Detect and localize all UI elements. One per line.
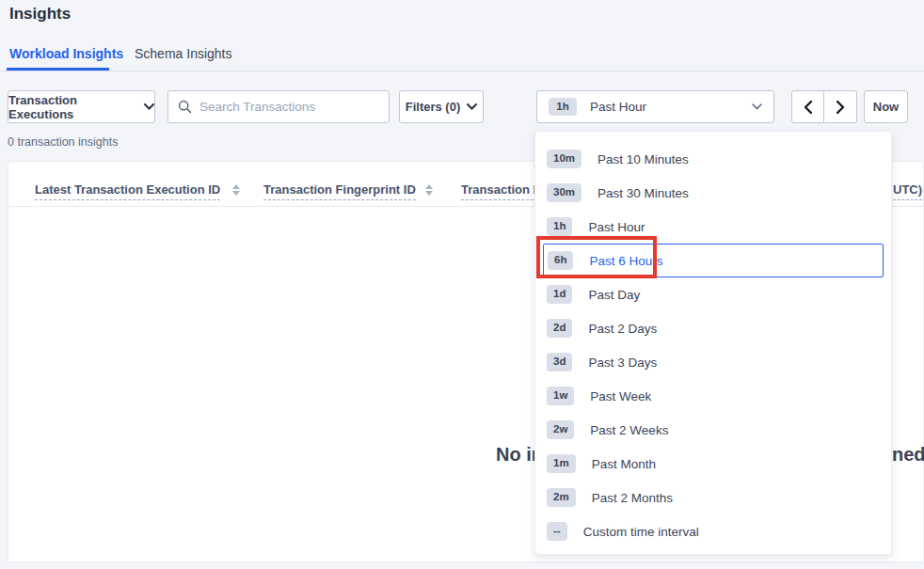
time-range-option[interactable]: 1d Past Day — [535, 277, 891, 311]
time-range-label: Past Hour — [590, 100, 739, 114]
time-range-option-label: Past 2 Days — [588, 322, 657, 336]
time-range-option-label: Past 3 Days — [588, 356, 657, 370]
filters-button[interactable]: Filters (0) — [399, 90, 484, 123]
time-range-dropdown-menu: 10m Past 10 Minutes 30m Past 30 Minutes … — [534, 131, 892, 555]
time-range-option[interactable]: 1w Past Week — [535, 379, 891, 413]
sort-icon[interactable] — [232, 184, 240, 196]
time-range-option-label: Past Month — [592, 457, 656, 471]
time-range-option-badge: -- — [547, 522, 567, 541]
time-range-option-badge: 2d — [547, 319, 572, 338]
time-range-option-badge: 2w — [547, 420, 574, 439]
time-range-option[interactable]: 1h Past Hour — [535, 210, 891, 244]
page-title: Insights — [9, 5, 71, 24]
now-label: Now — [873, 100, 899, 114]
time-range-option-badge: 1d — [547, 285, 572, 304]
time-range-option-label: Past 30 Minutes — [597, 186, 689, 200]
time-range-select[interactable]: 1h Past Hour — [536, 90, 774, 123]
time-range-option[interactable]: 10m Past 10 Minutes — [535, 142, 891, 176]
filters-label: Filters (0) — [406, 100, 461, 114]
time-range-option-label: Past 10 Minutes — [597, 152, 689, 166]
time-range-option-label: Custom time interval — [583, 525, 699, 539]
time-range-badge: 1h — [549, 98, 577, 117]
entity-type-label: Transaction Executions — [8, 93, 137, 121]
tab-schema-insights[interactable]: Schema Insights — [135, 46, 232, 61]
time-range-option[interactable]: 30m Past 30 Minutes — [535, 176, 891, 210]
time-range-option-label: Past 6 Hours — [589, 254, 662, 268]
time-range-option-badge: 10m — [547, 150, 581, 168]
time-window-nav — [791, 90, 857, 123]
chevron-down-icon — [467, 103, 477, 110]
time-range-option-label: Past Day — [588, 288, 640, 302]
time-range-option-label: Past 2 Months — [592, 491, 673, 505]
next-time-window-button[interactable] — [824, 90, 857, 123]
time-range-option[interactable]: 6h Past 6 Hours — [543, 244, 884, 277]
search-icon — [178, 100, 192, 114]
time-range-option-label: Past 2 Weeks — [590, 423, 668, 437]
previous-time-window-button[interactable] — [791, 90, 824, 123]
time-range-option-badge: 1m — [547, 454, 576, 473]
time-range-option-badge: 3d — [547, 353, 572, 371]
time-range-option-badge: 30m — [547, 183, 581, 202]
time-range-option-badge: 1w — [547, 387, 574, 405]
search-input[interactable] — [199, 100, 379, 114]
column-header-transaction-fingerprint-id[interactable]: Transaction Fingerprint ID — [263, 182, 416, 197]
entity-type-select[interactable]: Transaction Executions — [8, 90, 155, 123]
empty-state-text-fragment-right: ned. — [892, 444, 924, 466]
column-header-utc-fragment[interactable]: UTC) — [893, 182, 922, 197]
tab-workload-insights[interactable]: Workload Insights — [9, 46, 123, 61]
time-range-option[interactable]: 3d Past 3 Days — [535, 345, 891, 379]
time-range-option-label: Past Week — [590, 389, 651, 403]
chevron-down-icon — [144, 103, 154, 110]
chevron-down-icon — [752, 103, 762, 110]
time-range-option-badge: 1h — [547, 217, 572, 236]
now-button[interactable]: Now — [864, 90, 908, 123]
time-range-option-badge: 6h — [548, 251, 573, 270]
time-range-option[interactable]: 1m Past Month — [535, 447, 891, 481]
time-range-option-badge: 2m — [547, 488, 576, 507]
time-range-option-label: Past Hour — [588, 220, 645, 234]
column-header-latest-transaction-execution-id[interactable]: Latest Transaction Execution ID — [35, 182, 220, 197]
search-box[interactable] — [167, 90, 390, 123]
tabs-divider — [0, 71, 924, 71]
time-range-option[interactable]: -- Custom time interval — [535, 514, 891, 548]
sort-icon[interactable] — [425, 184, 433, 196]
time-range-option[interactable]: 2d Past 2 Days — [535, 311, 891, 345]
insights-count: 0 transaction insights — [8, 135, 118, 149]
time-range-option[interactable]: 2w Past 2 Weeks — [535, 413, 891, 447]
time-range-option[interactable]: 2m Past 2 Months — [535, 481, 891, 514]
